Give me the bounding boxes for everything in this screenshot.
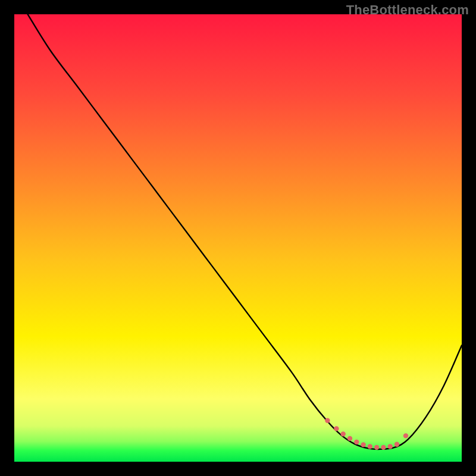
optimal-range-markers xyxy=(325,418,408,450)
marker-dot xyxy=(388,444,393,449)
marker-dot xyxy=(347,436,352,441)
marker-dot xyxy=(361,442,365,447)
marker-dot xyxy=(368,444,372,449)
marker-dot xyxy=(325,418,330,423)
plot-area xyxy=(14,14,462,462)
marker-dot xyxy=(394,442,399,447)
marker-dot xyxy=(374,445,379,450)
chart-frame: TheBottleneck.com xyxy=(0,0,476,476)
marker-dot xyxy=(381,445,386,450)
marker-dot xyxy=(341,431,346,436)
marker-dot xyxy=(354,440,359,444)
marker-dot xyxy=(334,426,339,431)
bottleneck-curve xyxy=(28,14,462,449)
marker-dot xyxy=(403,433,408,438)
curve-layer xyxy=(14,14,462,462)
watermark-text: TheBottleneck.com xyxy=(346,2,469,18)
